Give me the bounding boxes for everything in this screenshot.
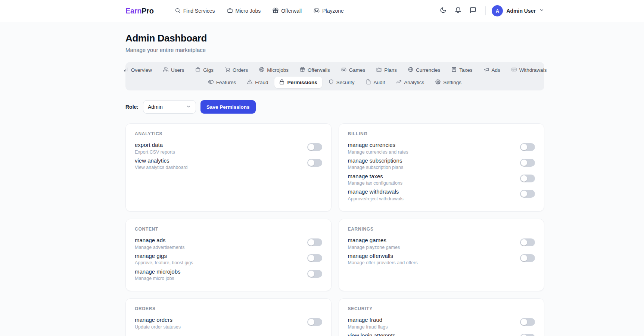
user-menu[interactable]: A Admin User [492, 5, 544, 16]
feature-toggle-icon [208, 79, 214, 86]
tab-security[interactable]: Security [324, 77, 360, 88]
toggle-switch[interactable] [520, 190, 535, 198]
permission-description: Manage offer providers and offers [348, 260, 418, 266]
shield-icon [329, 79, 334, 86]
toggle-switch[interactable] [520, 238, 535, 246]
nav-link-micro-jobs[interactable]: Micro Jobs [223, 4, 265, 18]
permission-description: Approve/reject withdrawals [348, 196, 404, 202]
permission-text: manage currenciesManage currencies and r… [348, 141, 408, 155]
tab-plans[interactable]: Plans [371, 64, 402, 76]
search-icon [175, 7, 181, 15]
permissions-grid: ANALYTICSexport dataExport CSV reportsvi… [125, 123, 544, 336]
toggle-switch[interactable] [307, 254, 322, 262]
avatar: A [492, 5, 503, 16]
tab-gigs[interactable]: Gigs [190, 64, 218, 76]
nav-link-playzone[interactable]: Playzone [309, 4, 348, 18]
toggle-switch[interactable] [307, 270, 322, 278]
tab-row: OverviewUsersGigsOrdersMicrojobsOfferwal… [128, 64, 542, 76]
tab-withdrawals[interactable]: Withdrawals [507, 64, 552, 76]
permission-name: manage microjobs [135, 268, 181, 275]
tab-fraud[interactable]: Fraud [242, 77, 273, 88]
toggle-switch[interactable] [520, 159, 535, 167]
tab-microjobs[interactable]: Microjobs [254, 64, 293, 76]
trending-up-icon [396, 79, 401, 86]
tab-label: Audit [374, 80, 385, 85]
permission-name: manage ads [135, 237, 184, 244]
toggle-switch[interactable] [307, 143, 322, 151]
admin-tab-bar: OverviewUsersGigsOrdersMicrojobsOfferwal… [125, 62, 544, 90]
card-title: EARNINGS [348, 226, 535, 232]
permission-name: export data [135, 141, 175, 149]
tab-orders[interactable]: Orders [220, 64, 253, 76]
tab-ads[interactable]: Ads [479, 64, 505, 76]
permission-text: manage microjobsManage micro jobs [135, 268, 181, 282]
permission-item-manage-ads: manage adsManage advertisements [135, 237, 322, 250]
tab-settings[interactable]: Settings [430, 77, 466, 88]
role-label: Role: [125, 104, 139, 110]
save-permissions-button[interactable]: Save Permissions [200, 100, 256, 114]
target-icon [259, 67, 264, 73]
tab-label: Security [336, 80, 355, 85]
tab-currencies[interactable]: Currencies [403, 64, 445, 76]
crown-icon [376, 67, 382, 73]
divider [485, 6, 486, 15]
tab-label: Microjobs [267, 67, 289, 73]
bell-icon [455, 7, 461, 15]
brand-logo[interactable]: EarnPro [125, 7, 154, 15]
tab-label: Ads [492, 67, 500, 73]
tab-audit[interactable]: Audit [361, 77, 390, 88]
permission-description: Approve, feature, boost gigs [135, 260, 193, 266]
chevron-down-icon [539, 7, 544, 14]
tab-label: Analytics [404, 80, 424, 85]
toggle-switch[interactable] [520, 175, 535, 182]
tab-label: Settings [443, 80, 461, 85]
card-title: ORDERS [135, 306, 322, 311]
permission-description: Manage currencies and rates [348, 149, 408, 155]
theme-toggle-button[interactable] [437, 4, 449, 17]
toggle-switch[interactable] [520, 254, 535, 262]
globe-icon [408, 67, 413, 73]
toggle-switch[interactable] [520, 143, 535, 151]
tab-label: Features [216, 80, 236, 85]
toggle-switch[interactable] [520, 334, 535, 336]
nav-link-label: Micro Jobs [236, 8, 261, 14]
permission-card-earnings: EARNINGSmanage gamesManage playzone game… [339, 219, 545, 291]
notifications-button[interactable] [452, 4, 464, 17]
nav-link-find-services[interactable]: Find Services [170, 4, 220, 18]
permission-description: Manage playzone games [348, 244, 400, 250]
toggle-switch[interactable] [307, 159, 322, 167]
permission-description: Export CSV reports [135, 149, 175, 155]
tab-permissions[interactable]: Permissions [274, 77, 322, 88]
permission-name: manage orders [135, 316, 181, 324]
toggle-switch[interactable] [307, 238, 322, 246]
permission-item-manage-orders: manage ordersUpdate order statuses [135, 316, 322, 330]
toggle-switch[interactable] [520, 318, 535, 326]
nav-link-label: Playzone [322, 8, 344, 14]
tab-offerwalls[interactable]: Offerwalls [295, 64, 335, 76]
card-title: SECURITY [348, 306, 535, 311]
tab-games[interactable]: Games [336, 64, 370, 76]
lock-icon [279, 79, 284, 86]
permission-text: manage ordersUpdate order statuses [135, 316, 181, 330]
tab-taxes[interactable]: Taxes [447, 64, 477, 76]
permission-item-manage-microjobs: manage microjobsManage micro jobs [135, 268, 322, 282]
permission-item-manage-withdrawals: manage withdrawalsApprove/reject withdra… [348, 188, 535, 202]
toggle-switch[interactable] [307, 318, 322, 326]
tab-overview[interactable]: Overview [118, 64, 157, 76]
tab-analytics[interactable]: Analytics [391, 77, 429, 88]
role-controls: Role: Admin Save Permissions [125, 100, 544, 114]
nav-link-label: Offerwall [281, 8, 302, 14]
permission-text: manage gamesManage playzone games [348, 237, 400, 250]
alert-triangle-icon [247, 79, 252, 86]
briefcase-icon [227, 7, 233, 15]
tab-features[interactable]: Features [203, 77, 241, 88]
role-select[interactable]: Admin [143, 100, 196, 114]
messages-button[interactable] [467, 4, 479, 17]
nav-link-offerwall[interactable]: Offerwall [268, 4, 306, 18]
logo-earn: Earn [125, 7, 141, 15]
tab-row: FeaturesFraudPermissionsSecurityAuditAna… [128, 77, 542, 88]
tab-label: Taxes [459, 67, 472, 73]
admin-dashboard-page: Admin Dashboard Manage your entire marke… [125, 22, 544, 336]
tab-users[interactable]: Users [158, 64, 189, 76]
permission-text: view analyticsView analytics dashboard [135, 157, 188, 171]
